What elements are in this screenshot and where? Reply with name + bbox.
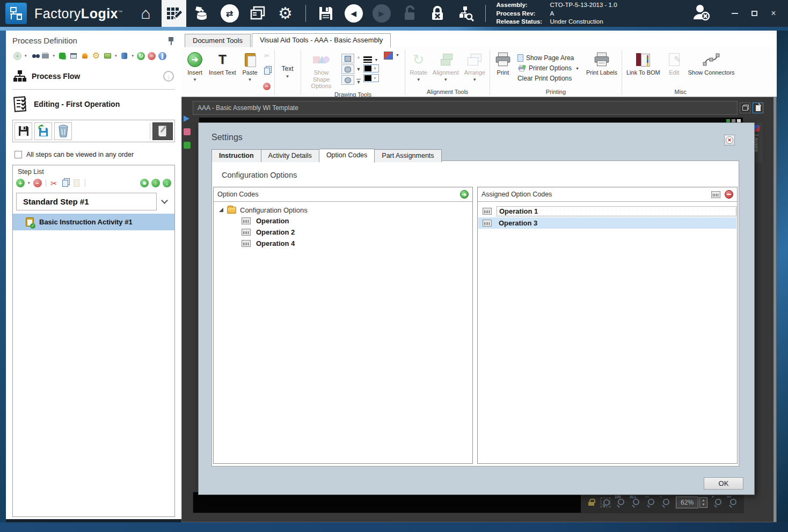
scroll-down-icon[interactable]: ▼ <box>356 67 361 72</box>
save-step-button[interactable] <box>14 122 32 140</box>
pause-icon[interactable]: ∥ <box>158 52 166 60</box>
pages-view-button[interactable] <box>740 103 750 113</box>
tab-visual-aid-tools[interactable]: Visual Aid Tools - AAA - Basic Assembly <box>252 33 391 47</box>
zoom-out-fast-button[interactable]: −− <box>646 498 655 507</box>
process-audit-button[interactable] <box>453 0 478 27</box>
tree-item[interactable]: Operation 2 <box>214 227 472 238</box>
show-shape-options-button[interactable]: Show Shape Options <box>303 48 340 91</box>
tab-option-codes[interactable]: Option Codes <box>319 149 375 163</box>
import-step-button[interactable] <box>34 122 52 140</box>
rectangle-shape-button[interactable] <box>341 54 354 63</box>
zoom-all-button[interactable]: ALL <box>631 498 640 507</box>
materials-button[interactable] <box>189 0 214 27</box>
edit-template-button[interactable] <box>753 103 763 113</box>
cut-disabled-icon[interactable]: ✂ <box>263 52 271 60</box>
pointer-tool-icon[interactable] <box>184 115 189 122</box>
edit-button[interactable]: Edit <box>663 48 685 88</box>
rounded-rectangle-shape-button[interactable] <box>341 64 354 74</box>
close-button[interactable]: × <box>770 10 777 17</box>
scroll-more-icon[interactable]: ▼ <box>356 79 361 85</box>
link-to-bom-button[interactable]: Link To BOM <box>624 48 663 88</box>
database-delete-icon[interactable] <box>120 52 129 60</box>
zoom-in-fast-button[interactable]: ++ <box>728 498 738 507</box>
process-definition-button[interactable] <box>162 0 186 27</box>
save-button[interactable] <box>313 0 338 27</box>
tree-item[interactable]: Operation 4 <box>214 238 472 249</box>
print-labels-button[interactable]: Print Labels <box>583 48 620 88</box>
pin-icon[interactable] <box>167 37 175 45</box>
refresh-icon[interactable]: ↻ <box>137 52 145 60</box>
add-step-icon[interactable]: + <box>16 179 25 187</box>
move-up-icon[interactable]: ↑ <box>151 179 160 187</box>
add-step-dropdown-icon[interactable]: ▾ <box>28 181 30 185</box>
tab-activity-details[interactable]: Activity Details <box>261 149 319 162</box>
arrange-button[interactable]: Arrange▼ <box>462 48 488 88</box>
printer-options-button[interactable]: Printer Options ▼ <box>517 64 580 72</box>
fill-color-picker[interactable]: ˅ <box>363 74 379 82</box>
zoom-level-value[interactable]: 62% <box>676 497 698 508</box>
presentation-icon[interactable] <box>69 52 78 60</box>
scroll-up-icon[interactable]: ▲ <box>356 54 361 60</box>
tab-instruction[interactable]: Instruction <box>211 149 261 162</box>
chevron-down-icon[interactable] <box>161 197 168 204</box>
copy-icon[interactable] <box>263 67 271 75</box>
zoom-add-icon[interactable]: ⊕ <box>140 179 149 187</box>
undo-button[interactable]: ◀ <box>341 0 366 27</box>
assign-option-code-button[interactable]: ➔ <box>460 190 469 199</box>
zoom-in-button[interactable]: + <box>713 498 723 507</box>
delete-step-button[interactable] <box>54 122 72 140</box>
remove-option-code-button[interactable] <box>725 190 733 199</box>
paste-button[interactable]: Paste▼ <box>239 48 261 94</box>
print-icon[interactable] <box>41 52 50 60</box>
gear-yellow-icon[interactable]: ⚙ <box>92 52 100 60</box>
export-dropdown-icon[interactable]: ▾ <box>115 54 117 58</box>
tree-root-row[interactable]: Configuration Options <box>214 205 472 215</box>
maximize-button[interactable] <box>750 10 758 17</box>
edit-mode-button[interactable] <box>152 122 173 140</box>
tab-document-tools[interactable]: Document Tools <box>185 34 251 47</box>
process-flow-row[interactable]: Process Flow ↓ <box>12 65 175 87</box>
remove-step-icon[interactable]: − <box>33 179 42 187</box>
activity-list-item-selected[interactable]: Basic Instruction Activity #1 <box>13 214 174 230</box>
insert-button[interactable]: ➔ Insert▼ <box>184 48 206 94</box>
remove-icon[interactable]: − <box>263 82 271 90</box>
zoom-out-button[interactable]: − <box>661 498 670 507</box>
line-weight-button[interactable]: ▼ <box>363 56 379 63</box>
cut-icon[interactable]: ✂ <box>50 179 59 187</box>
tree-expander-icon[interactable] <box>219 208 223 212</box>
add-icon[interactable]: + <box>13 52 21 60</box>
move-down-icon[interactable]: ↓ <box>163 179 171 187</box>
alignment-button[interactable]: Alignment▼ <box>430 48 462 88</box>
stroke-color-picker[interactable]: ˅ <box>363 64 379 72</box>
minimize-button[interactable] <box>731 10 739 17</box>
tab-part-assignments[interactable]: Part Assignments <box>375 149 441 162</box>
brush-tool-icon[interactable] <box>184 128 191 135</box>
lock-button[interactable] <box>425 0 450 27</box>
zoom-100-button[interactable]: 100 <box>616 498 625 507</box>
database-dropdown-icon[interactable]: ▾ <box>132 54 134 58</box>
document-title-bar[interactable]: AAA - Basic Assembly WI Template <box>193 101 738 115</box>
add-dropdown-icon[interactable]: ▾ <box>25 54 27 58</box>
stop-icon[interactable]: − <box>148 52 156 60</box>
tree-item[interactable]: Operation <box>214 215 472 227</box>
bold-tool-icon[interactable] <box>184 142 191 149</box>
show-page-area-button[interactable]: Show Page Area <box>517 54 580 62</box>
print-button[interactable]: Print <box>492 48 514 88</box>
documents-button[interactable] <box>245 0 270 27</box>
show-connectors-button[interactable]: Show Connectors <box>685 48 738 88</box>
home-button[interactable]: ⌂ <box>134 0 158 27</box>
ellipse-shape-button[interactable] <box>341 75 354 85</box>
assigned-list-item-selected[interactable]: Operation 3 <box>478 217 736 229</box>
validate-icon[interactable] <box>58 52 67 60</box>
effects-button[interactable]: ▼ <box>381 48 403 91</box>
zoom-spinner[interactable]: ▲▼ <box>699 497 707 507</box>
text-button[interactable]: Text▼ <box>276 48 299 94</box>
zoom-lock-icon[interactable] <box>588 499 595 506</box>
logout-user-button[interactable] <box>691 3 711 24</box>
marquee-zoom-button[interactable] <box>601 498 610 507</box>
copy-icon[interactable] <box>61 179 70 187</box>
dialog-close-button[interactable]: ✕ <box>724 135 735 145</box>
redo-button[interactable]: ▶ <box>369 0 394 27</box>
order-checkbox[interactable] <box>14 151 22 158</box>
collapse-circle-icon[interactable]: ↓ <box>163 71 174 82</box>
